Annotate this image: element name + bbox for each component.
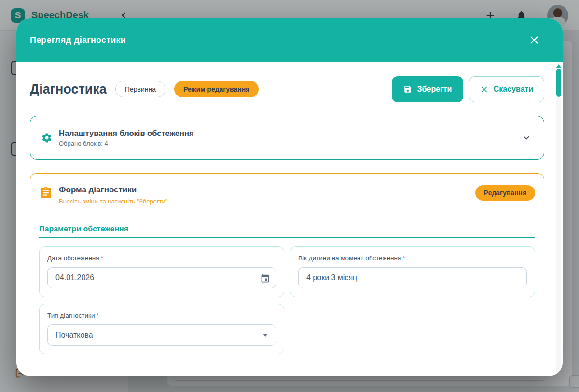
age-input[interactable] bbox=[298, 267, 527, 288]
title-row: Діагностика Первинна Режим редагування З… bbox=[30, 76, 544, 102]
close-button[interactable] bbox=[527, 33, 541, 47]
modal-scrollbar-track[interactable] bbox=[556, 63, 561, 374]
clipboard-icon bbox=[39, 186, 53, 200]
modal-header: Перегляд діагностики bbox=[16, 18, 563, 62]
age-field-box: Вік дитини на момент обстеження* bbox=[290, 246, 535, 297]
diagnostics-view-modal: Перегляд діагностики Діагностика Первинн… bbox=[16, 18, 563, 376]
card-separator bbox=[30, 218, 544, 218]
save-button[interactable]: Зберегти bbox=[392, 76, 463, 102]
edit-mode-badge: Режим редагування bbox=[174, 81, 259, 97]
editing-badge: Редагування bbox=[475, 185, 535, 201]
diagnostic-type-badge: Первинна bbox=[115, 81, 165, 97]
save-icon bbox=[403, 85, 412, 94]
required-asterisk: * bbox=[101, 255, 103, 262]
form-card-header: Форма діагностики Внесіть зміни та натис… bbox=[30, 174, 544, 218]
x-icon bbox=[480, 85, 488, 94]
fields-grid: Дата обстеження* Вік дитини на момент об… bbox=[39, 246, 535, 354]
cancel-button-label: Скасувати bbox=[494, 85, 533, 94]
form-card-content: Параметри обстеження Дата обстеження* bbox=[30, 225, 544, 354]
caret-down-icon bbox=[263, 334, 268, 337]
date-input[interactable] bbox=[47, 267, 276, 288]
date-field-box: Дата обстеження* bbox=[39, 246, 284, 297]
chevron-down-icon[interactable] bbox=[522, 133, 531, 143]
diagnostic-form-card: Форма діагностики Внесіть зміни та натис… bbox=[30, 173, 544, 376]
scrollbar-up-arrow[interactable] bbox=[556, 64, 561, 68]
date-field-label: Дата обстеження* bbox=[47, 255, 276, 262]
scrollbar-thumb[interactable] bbox=[556, 69, 561, 97]
blocks-settings-title: Налаштування блоків обстеження bbox=[59, 129, 194, 138]
form-card-title: Форма діагностики bbox=[59, 185, 168, 195]
blocks-settings-subtitle: Обрано блоків: 4 bbox=[59, 140, 194, 147]
date-label-text: Дата обстеження bbox=[47, 255, 99, 262]
save-button-label: Зберегти bbox=[417, 85, 452, 94]
page-title: Діагностика bbox=[30, 82, 107, 97]
modal-body: Діагностика Первинна Режим редагування З… bbox=[16, 62, 563, 376]
cancel-button[interactable]: Скасувати bbox=[469, 76, 544, 102]
gear-icon bbox=[41, 132, 53, 144]
type-field-box: Тип діагностики* Початкова bbox=[39, 304, 284, 354]
type-label-text: Тип діагностики bbox=[47, 312, 95, 319]
diagnostic-type-select[interactable]: Початкова bbox=[47, 324, 276, 346]
calendar-icon[interactable] bbox=[259, 272, 271, 284]
type-field-label: Тип діагностики* bbox=[47, 312, 276, 319]
age-field-label: Вік дитини на момент обстеження* bbox=[298, 255, 527, 262]
required-asterisk: * bbox=[402, 255, 405, 262]
modal-title: Перегляд діагностики bbox=[30, 35, 126, 45]
section-title: Параметри обстеження bbox=[39, 225, 535, 238]
age-label-text: Вік дитини на момент обстеження bbox=[298, 255, 401, 262]
form-card-subtitle: Внесіть зміни та натисніть "Зберегти" bbox=[59, 198, 168, 205]
blocks-settings-accordion[interactable]: Налаштування блоків обстеження Обрано бл… bbox=[30, 116, 544, 160]
close-icon bbox=[529, 35, 539, 45]
required-asterisk: * bbox=[96, 312, 98, 319]
type-select-value: Початкова bbox=[55, 331, 93, 339]
